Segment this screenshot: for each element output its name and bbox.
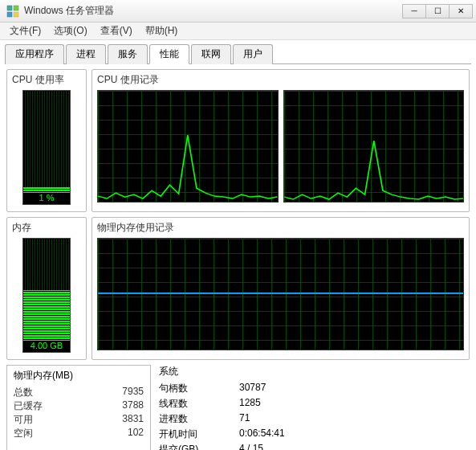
menu-bar: 文件(F) 选项(O) 查看(V) 帮助(H) — [0, 22, 476, 40]
memory-value: 4.00 GB — [22, 341, 71, 353]
phys-avail-label: 可用 — [14, 413, 52, 427]
sys-handles-label: 句柄数 — [159, 382, 215, 395]
cpu-chart-2 — [283, 90, 465, 202]
system-panel: 系统 句柄数30787 线程数1285 进程数71 开机时间0:06:54:41… — [159, 365, 470, 450]
mem-history-title: 物理内存使用记录 — [97, 221, 464, 235]
mem-history-panel: 物理内存使用记录 — [92, 217, 470, 360]
memory-title: 内存 — [12, 221, 81, 235]
svg-rect-1 — [14, 6, 18, 10]
menu-file[interactable]: 文件(F) — [3, 22, 47, 39]
phys-avail-value: 3831 — [105, 413, 144, 427]
sys-proc-label: 进程数 — [159, 412, 215, 426]
minimize-button[interactable]: ─ — [402, 4, 426, 18]
cpu-usage-panel: CPU 使用率 1 % — [6, 69, 87, 212]
app-icon — [6, 5, 19, 18]
tab-performance[interactable]: 性能 — [149, 44, 189, 64]
sys-handles-value: 30787 — [239, 382, 470, 395]
svg-rect-3 — [14, 12, 18, 17]
menu-options[interactable]: 选项(O) — [47, 22, 93, 39]
phys-total-value: 7935 — [105, 386, 144, 399]
content-area: CPU 使用率 1 % CPU 使用记录 — [0, 64, 476, 450]
phys-mem-title: 物理内存(MB) — [14, 369, 144, 382]
memory-panel: 内存 4.00 GB — [6, 217, 87, 360]
phys-total-label: 总数 — [14, 386, 52, 399]
cpu-usage-title: CPU 使用率 — [12, 73, 81, 87]
cpu-gauge — [22, 90, 71, 194]
phys-free-label: 空闲 — [14, 427, 52, 440]
tab-services[interactable]: 服务 — [108, 44, 148, 64]
memory-gauge — [22, 238, 71, 342]
tab-processes[interactable]: 进程 — [66, 44, 106, 64]
menu-view[interactable]: 查看(V) — [94, 22, 139, 39]
system-title: 系统 — [159, 365, 470, 378]
cpu-usage-value: 1 % — [22, 193, 71, 205]
cpu-history-panel: CPU 使用记录 — [92, 69, 470, 212]
tab-networking[interactable]: 联网 — [191, 44, 231, 64]
tab-strip: 应用程序 进程 服务 性能 联网 用户 — [5, 43, 471, 64]
tab-applications[interactable]: 应用程序 — [5, 44, 64, 64]
phys-free-value: 102 — [105, 427, 144, 440]
mem-history-chart — [97, 238, 464, 350]
phys-cached-value: 3788 — [105, 399, 144, 413]
sys-commit-label: 提交(GB) — [159, 443, 215, 450]
tab-users[interactable]: 用户 — [233, 44, 273, 64]
cpu-chart-1 — [97, 90, 279, 202]
maximize-button[interactable]: ☐ — [425, 4, 450, 18]
svg-rect-2 — [7, 12, 12, 17]
sys-proc-value: 71 — [239, 412, 470, 426]
sys-threads-value: 1285 — [239, 397, 470, 411]
title-bar: Windows 任务管理器 ─ ☐ ✕ — [0, 0, 476, 22]
sys-uptime-label: 开机时间 — [159, 428, 215, 441]
close-button[interactable]: ✕ — [449, 4, 473, 18]
sys-threads-label: 线程数 — [159, 397, 215, 411]
menu-help[interactable]: 帮助(H) — [139, 22, 185, 39]
window-title: Windows 任务管理器 — [24, 4, 114, 18]
sys-uptime-value: 0:06:54:41 — [239, 428, 470, 441]
cpu-history-title: CPU 使用记录 — [97, 73, 464, 87]
svg-rect-0 — [7, 6, 12, 10]
window-controls: ─ ☐ ✕ — [403, 4, 473, 18]
phys-cached-label: 已缓存 — [14, 399, 52, 413]
phys-mem-panel: 物理内存(MB) 总数7935 已缓存3788 可用3831 空闲102 — [6, 365, 151, 450]
sys-commit-value: 4 / 15 — [239, 443, 470, 450]
